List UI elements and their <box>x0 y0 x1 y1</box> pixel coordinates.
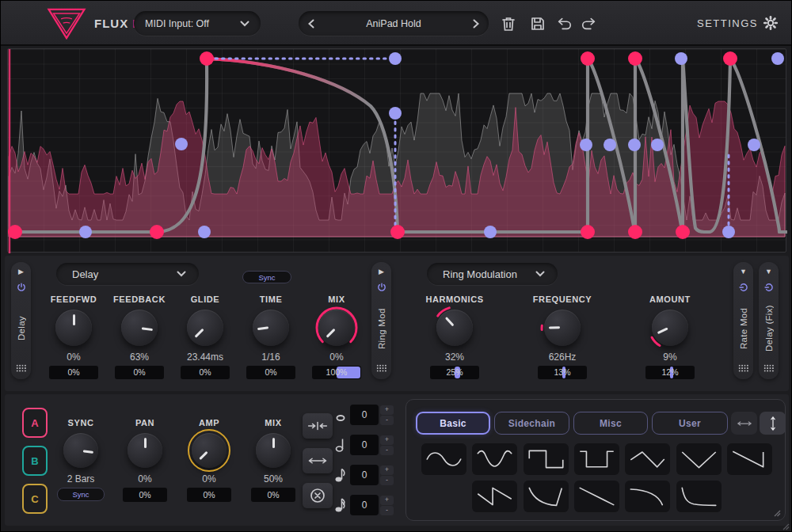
fx-type-dropdown-delay[interactable]: Delay <box>56 263 199 285</box>
play-triangle-icon[interactable]: ▶ <box>18 268 24 276</box>
frequency-knob[interactable] <box>544 310 581 346</box>
envelope-node-pink[interactable] <box>628 51 642 66</box>
clear-button[interactable] <box>303 483 333 508</box>
envelope-node-purple[interactable] <box>198 226 211 238</box>
undo-icon[interactable] <box>555 15 573 32</box>
save-icon[interactable] <box>529 15 546 32</box>
stretch-horizontal-button[interactable] <box>303 448 333 473</box>
drag-handle-icon[interactable] <box>763 364 774 372</box>
power-icon[interactable] <box>376 282 387 293</box>
time-knob[interactable] <box>253 310 289 346</box>
envelope-node-pink[interactable] <box>628 225 642 239</box>
envelope-node-purple[interactable] <box>628 139 641 151</box>
shape-exp-fall-rise[interactable] <box>524 481 569 512</box>
envelope-node-purple[interactable] <box>748 139 760 151</box>
envelope-node-purple[interactable] <box>389 52 402 65</box>
window-resize-handle[interactable] <box>782 522 790 530</box>
stepper-minus-button[interactable]: - <box>380 476 394 485</box>
converge-button[interactable] <box>303 413 333 439</box>
glide-mod-slider[interactable]: 0% <box>181 366 230 379</box>
envelope-node-pink[interactable] <box>581 225 595 239</box>
fx-strip-delay[interactable]: ▶ Delay <box>11 262 31 379</box>
gear-icon[interactable] <box>763 15 779 31</box>
envelope-node-purple[interactable] <box>722 226 735 238</box>
envelope-node-pink[interactable] <box>200 51 214 66</box>
feedback-knob[interactable] <box>121 310 158 346</box>
flip-vertical-button[interactable] <box>760 412 786 435</box>
midi-input-dropdown[interactable]: MIDI Input: Off <box>134 11 261 36</box>
stepper-value[interactable]: 0 <box>350 405 379 425</box>
stepper-value[interactable]: 0 <box>350 465 379 485</box>
shape-triangle[interactable] <box>625 443 670 475</box>
envelope-node-pink[interactable] <box>676 225 690 239</box>
panel-resize-handle[interactable] <box>773 509 781 517</box>
frequency-mod-slider[interactable]: 13% <box>538 366 587 379</box>
power-icon[interactable] <box>763 282 775 293</box>
shape-sine-inverted[interactable] <box>472 443 517 475</box>
stepper-value[interactable]: 0 <box>350 495 379 515</box>
settings-button[interactable]: SETTINGS <box>697 17 758 29</box>
play-triangle-icon[interactable]: ▶ <box>379 268 384 276</box>
stepper-plus-button[interactable]: + <box>380 496 394 505</box>
harmonics-knob[interactable] <box>436 310 473 346</box>
amount-knob[interactable] <box>652 310 688 346</box>
preset-name[interactable]: AniPad Hold <box>366 18 421 29</box>
prev-chevron-icon[interactable] <box>308 19 314 28</box>
envelope-node-purple[interactable] <box>79 226 92 238</box>
envelope-node-purple[interactable] <box>484 226 497 238</box>
pan-knob[interactable] <box>128 433 162 468</box>
shape-square[interactable] <box>524 443 569 475</box>
lfo-sync-toggle[interactable]: Sync <box>57 488 105 501</box>
shape-saw-down[interactable] <box>727 443 772 475</box>
mix-knob[interactable] <box>318 310 355 346</box>
pan-mod-slider[interactable]: 0% <box>123 488 167 502</box>
mix-mod-slider[interactable]: 100% <box>312 366 361 379</box>
stepper-minus-button[interactable]: - <box>380 446 394 455</box>
envelope-node-purple[interactable] <box>651 139 664 151</box>
tab-misc[interactable]: Misc <box>573 412 648 435</box>
envelope-editor[interactable] <box>7 48 786 253</box>
envelope-node-purple[interactable] <box>389 107 402 120</box>
time-mod-slider[interactable]: 0% <box>246 366 295 379</box>
drag-handle-icon[interactable] <box>16 364 26 372</box>
shape-square-inverted[interactable] <box>574 443 619 475</box>
feedfwd-mod-slider[interactable]: 0% <box>49 366 98 379</box>
shape-ramp-down[interactable] <box>574 481 619 512</box>
tab-user[interactable]: User <box>652 412 728 435</box>
fx-type-dropdown-ring[interactable]: Ring Modulation <box>427 263 558 285</box>
stepper-minus-button[interactable]: - <box>380 416 394 425</box>
stepper-value[interactable]: 0 <box>350 435 379 455</box>
tab-basic[interactable]: Basic <box>416 412 490 435</box>
delay-sync-toggle[interactable]: Sync <box>242 271 291 283</box>
envelope-node-pink[interactable] <box>723 51 737 66</box>
envelope-node-purple[interactable] <box>771 52 784 65</box>
shape-sine[interactable] <box>421 443 466 475</box>
next-chevron-icon[interactable] <box>473 19 479 28</box>
power-icon[interactable] <box>738 282 749 293</box>
shape-triangle-inverted[interactable] <box>676 443 722 475</box>
shape-exp-decay[interactable] <box>676 481 722 512</box>
redo-icon[interactable] <box>581 15 598 32</box>
envelope-node-pink[interactable] <box>390 225 405 239</box>
mix2-knob[interactable] <box>256 433 291 468</box>
stepper-plus-button[interactable]: + <box>380 435 394 445</box>
trash-icon[interactable] <box>500 15 517 32</box>
shape-curve-fall[interactable] <box>625 481 670 512</box>
envelope-node-purple[interactable] <box>580 139 592 151</box>
envelope-node-pink[interactable] <box>150 225 164 239</box>
feedfwd-knob[interactable] <box>55 310 92 346</box>
flip-horizontal-button[interactable] <box>731 412 757 435</box>
drag-handle-icon[interactable] <box>376 364 386 372</box>
fx-strip-rate-mod[interactable]: ▼ Rate Mod <box>733 262 753 379</box>
fx-strip-delay-fix[interactable]: ▼ Delay (Fix) <box>759 262 779 379</box>
amount-mod-slider[interactable]: 12% <box>645 366 695 379</box>
harmonics-mod-slider[interactable]: 25% <box>430 366 479 379</box>
envelope-node-pink[interactable] <box>581 51 595 66</box>
envelope-node-purple[interactable] <box>175 138 188 150</box>
stepper-minus-button[interactable]: - <box>380 506 394 515</box>
envelope-node-purple[interactable] <box>604 139 616 151</box>
stepper-plus-button[interactable]: + <box>380 405 394 415</box>
drag-handle-icon[interactable] <box>738 364 748 372</box>
expand-triangle-icon[interactable]: ▼ <box>765 268 772 276</box>
amp-knob[interactable] <box>192 433 227 468</box>
